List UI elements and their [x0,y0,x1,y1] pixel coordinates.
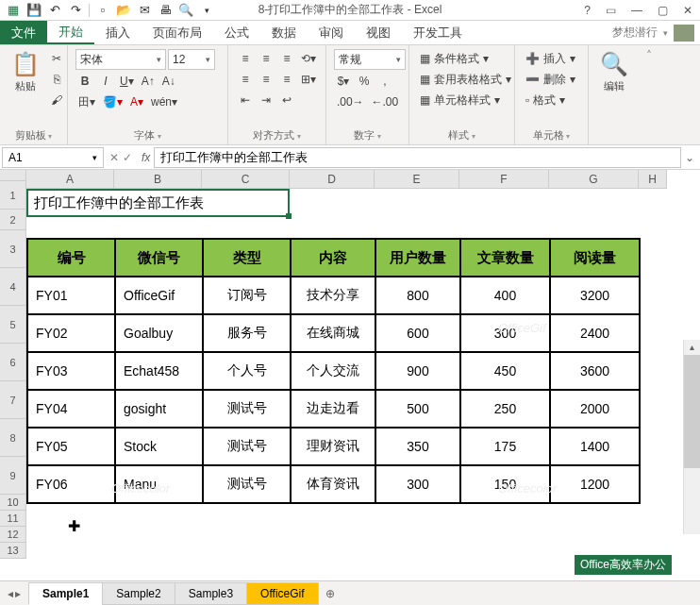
new-icon[interactable]: ▫ [93,1,112,20]
format-cells-button[interactable]: ▫ 格式 ▾ [523,91,589,109]
copy-icon[interactable]: ⎘ [47,70,66,89]
select-all-corner[interactable] [0,170,26,181]
bold-button[interactable]: B [75,72,94,91]
column-header[interactable]: B [114,170,202,189]
table-cell[interactable]: 技术分享 [291,277,375,314]
table-cell[interactable]: gosight [115,390,203,428]
format-table-button[interactable]: ▦ 套用表格格式 ▾ [417,70,515,89]
data-table[interactable]: 编号微信号类型内容用户数量文章数量阅读量FY01OfficeGif订阅号技术分享… [26,238,641,504]
table-header[interactable]: 内容 [291,239,375,277]
table-cell[interactable]: 400 [460,277,550,314]
increase-decimal-icon[interactable]: .00→ [334,92,367,111]
undo-icon[interactable]: ↶ [45,1,64,20]
user-name[interactable]: 梦想潜行 [612,25,658,41]
table-cell[interactable]: Goalbuy [115,314,203,352]
sheet-tab[interactable]: Sample1 [28,582,103,605]
table-cell[interactable]: Stock [115,428,203,465]
conditional-format-button[interactable]: ▦ 条件格式 ▾ [417,49,515,68]
tab-view[interactable]: 视图 [355,21,402,44]
indent-decrease-icon[interactable]: ⇤ [236,91,255,109]
align-center-icon[interactable]: ≡ [257,70,275,89]
tab-formula[interactable]: 公式 [213,21,260,44]
table-cell[interactable]: 订阅号 [203,277,291,314]
find-button[interactable]: 🔍 编辑 [596,49,632,95]
avatar[interactable] [674,25,694,42]
row-header[interactable]: 10 [0,495,26,511]
font-color-button[interactable]: A▾ [127,92,146,111]
table-cell[interactable]: 理财资讯 [291,428,375,465]
sheet-tab[interactable]: OfficeGif [246,582,318,605]
tab-dev[interactable]: 开发工具 [402,21,474,44]
table-cell[interactable]: 测试号 [203,465,291,503]
add-sheet-button[interactable]: ⊕ [318,583,342,604]
phonetic-button[interactable]: wén▾ [148,92,180,111]
table-cell[interactable]: 250 [460,390,550,428]
indent-increase-icon[interactable]: ⇥ [257,91,275,109]
quickprint-icon[interactable]: 🖶 [156,1,175,20]
row-header[interactable]: 4 [0,268,26,306]
table-row[interactable]: FY01OfficeGif订阅号技术分享8004003200 [27,277,640,314]
user-dropdown-icon[interactable]: ▾ [663,28,668,38]
underline-button[interactable]: U▾ [117,72,137,91]
sheet-nav-first-icon[interactable]: ◂ [8,587,13,600]
tab-home[interactable]: 开始 [47,21,94,44]
table-cell[interactable]: Manu [115,465,203,503]
qat-dropdown-icon[interactable]: ▾ [197,1,216,20]
table-cell[interactable]: 175 [460,428,550,465]
table-cell[interactable]: 500 [375,390,460,428]
row-header[interactable]: 6 [0,344,26,381]
table-row[interactable]: FY02Goalbuy服务号在线商城6003002400 [27,314,640,352]
align-bottom-icon[interactable]: ≡ [277,49,296,68]
table-cell[interactable]: 2000 [550,390,640,428]
row-header[interactable]: 12 [0,527,26,543]
maximize-icon[interactable]: ▢ [654,4,672,17]
table-cell[interactable]: 900 [375,352,460,390]
mail-icon[interactable]: ✉ [135,1,154,20]
tab-insert[interactable]: 插入 [94,21,142,44]
row-header[interactable]: 1 [0,181,26,210]
worksheet-grid[interactable]: 12345678910111213 ABCDEFGH 打印工作簿中的全部工作表 … [0,170,700,559]
table-cell[interactable]: 300 [460,314,550,352]
table-cell[interactable]: 3200 [550,277,640,314]
table-row[interactable]: FY04gosight测试号边走边看5002502000 [27,390,640,428]
vertical-scrollbar[interactable]: ▴ [683,340,700,534]
table-cell[interactable]: 1400 [550,428,640,465]
font-name-combo[interactable]: 宋体▾ [75,49,166,70]
fx-icon[interactable]: fx [138,151,154,164]
table-cell[interactable]: 150 [460,465,550,503]
close-icon[interactable]: ✕ [679,4,696,17]
column-header[interactable]: E [375,170,459,189]
table-cell[interactable]: FY01 [27,277,115,314]
table-cell[interactable]: 350 [375,428,460,465]
table-cell[interactable]: FY05 [27,428,115,465]
cell-styles-button[interactable]: ▦ 单元格样式 ▾ [417,91,515,109]
table-header[interactable]: 用户数量 [375,239,460,277]
row-header[interactable]: 2 [0,210,26,230]
orientation-icon[interactable]: ⟲▾ [298,49,319,68]
table-cell[interactable]: 2400 [550,314,640,352]
align-middle-icon[interactable]: ≡ [257,49,275,68]
insert-cells-button[interactable]: ➕ 插入 ▾ [523,49,589,68]
formula-bar[interactable]: 打印工作簿中的全部工作表 [154,147,681,168]
open-icon[interactable]: 📂 [114,1,133,20]
column-header[interactable]: H [639,170,667,189]
row-header[interactable]: 13 [0,543,26,559]
table-cell[interactable]: FY06 [27,465,115,503]
table-cell[interactable]: FY03 [27,352,115,390]
table-header[interactable]: 文章数量 [460,239,550,277]
table-cell[interactable]: 服务号 [203,314,291,352]
ribbon-options-icon[interactable]: ▭ [602,4,620,17]
row-header[interactable]: 11 [0,511,26,527]
align-left-icon[interactable]: ≡ [236,70,255,89]
enter-formula-icon[interactable]: ✓ [123,151,132,164]
row-header[interactable]: 8 [0,419,26,457]
table-header[interactable]: 类型 [203,239,291,277]
table-cell[interactable]: 测试号 [203,390,291,428]
table-cell[interactable]: 800 [375,277,460,314]
table-row[interactable]: FY06Manu测试号体育资讯3001501200 [27,465,640,503]
table-cell[interactable]: 450 [460,352,550,390]
table-cell[interactable]: 3600 [550,352,640,390]
delete-cells-button[interactable]: ➖ 删除 ▾ [523,70,589,89]
table-cell[interactable]: 600 [375,314,460,352]
border-button[interactable]: 田▾ [75,92,98,111]
